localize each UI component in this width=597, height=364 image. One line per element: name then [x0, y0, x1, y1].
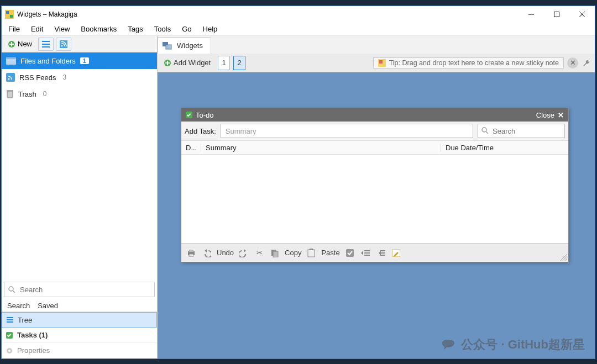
outdent-button[interactable] [375, 247, 386, 259]
svg-rect-23 [7, 317, 13, 318]
svg-line-56 [565, 259, 567, 261]
svg-rect-20 [7, 90, 13, 91]
sidebar-toolbar: New [2, 36, 157, 52]
indent-icon [361, 250, 370, 256]
rss-icon [60, 40, 67, 48]
rss-icon [6, 73, 15, 82]
menu-file[interactable]: File [3, 24, 25, 34]
undo-button[interactable] [201, 247, 212, 259]
undo-icon [202, 249, 211, 257]
clipboard-icon [307, 249, 315, 257]
sidebar-search[interactable] [4, 282, 155, 297]
menu-help[interactable]: Help [197, 24, 223, 34]
paste-button[interactable] [306, 247, 317, 259]
close-icon: ✕ [570, 59, 576, 67]
svg-rect-48 [364, 252, 370, 254]
app-icon [5, 10, 14, 19]
check-icon [346, 249, 354, 257]
svg-point-18 [8, 78, 10, 80]
tip-text: Tip: Drag and drop text here to create a… [389, 59, 559, 67]
edit-button[interactable] [391, 247, 402, 259]
widget-canvas[interactable]: To-do Close ✕ Add Task: D. [158, 72, 595, 358]
copy-icon [270, 249, 279, 257]
svg-rect-24 [7, 319, 13, 320]
filter-tab-saved[interactable]: Saved [38, 302, 58, 310]
feed-view-button[interactable] [56, 38, 71, 51]
svg-point-14 [61, 45, 63, 46]
add-task-input[interactable] [221, 124, 473, 138]
sidebar: New Files and Folders 1 RSS Feeds [2, 36, 158, 358]
tree-count: 3 [62, 73, 66, 81]
svg-rect-11 [42, 44, 50, 45]
main-tabs: Widgets [158, 36, 595, 54]
new-button[interactable]: New [4, 38, 36, 51]
indent-button[interactable] [360, 247, 371, 259]
pencil-icon [392, 249, 400, 257]
svg-rect-35 [379, 60, 383, 64]
redo-icon [239, 249, 248, 257]
tree-label: Files and Folders [20, 57, 76, 65]
check-icon [186, 112, 192, 118]
menu-tools[interactable]: Tools [149, 24, 176, 34]
sidebar-nav: Tree Tasks (1) Properties [2, 312, 157, 358]
main-toolbar: Add Widget 1 2 Tip: Drag and drop text h… [158, 54, 595, 72]
minimize-button[interactable] [519, 6, 544, 23]
menu-tags[interactable]: Tags [122, 24, 148, 34]
pager-1[interactable]: 1 [218, 56, 230, 70]
note-icon [378, 59, 386, 67]
nav-tree[interactable]: Tree [2, 312, 157, 328]
todo-list-body[interactable] [181, 155, 568, 243]
menu-view[interactable]: View [49, 24, 75, 34]
svg-point-37 [482, 128, 486, 132]
svg-rect-52 [380, 255, 385, 256]
nav-properties[interactable]: Properties [2, 343, 157, 358]
add-widget-label: Add Widget [174, 59, 211, 67]
tree-item-files-and-folders[interactable]: Files and Folders 1 [2, 52, 157, 69]
close-button[interactable] [569, 6, 595, 23]
titlebar: Widgets – Makagiga [2, 6, 595, 23]
todo-close-label[interactable]: Close [536, 111, 554, 119]
todo-search-input[interactable] [478, 124, 565, 138]
tab-label: Widgets [177, 41, 203, 50]
settings-button[interactable] [582, 57, 593, 68]
paste-label: Paste [321, 249, 339, 257]
cut-button[interactable]: ✂ [254, 247, 265, 259]
tree-item-rss-feeds[interactable]: RSS Feeds 3 [2, 69, 157, 86]
tab-widgets[interactable]: Widgets [158, 37, 211, 54]
resize-handle[interactable] [559, 253, 567, 261]
menu-bookmarks[interactable]: Bookmarks [75, 24, 122, 34]
print-button[interactable] [186, 247, 197, 259]
svg-rect-4 [554, 12, 559, 17]
app-window: Widgets – Makagiga File Edit View Bookma… [1, 6, 595, 359]
col-due[interactable]: Due Date/Time [441, 144, 568, 152]
pager-2[interactable]: 2 [233, 56, 245, 70]
col-done[interactable]: D... [181, 144, 201, 152]
menu-go[interactable]: Go [176, 24, 197, 34]
svg-rect-1 [6, 11, 9, 14]
sidebar-search-input[interactable] [19, 285, 151, 294]
svg-rect-40 [189, 250, 193, 252]
svg-rect-19 [7, 91, 13, 98]
nav-label: Tree [18, 316, 32, 324]
col-summary[interactable]: Summary [201, 144, 441, 152]
search-icon [8, 286, 15, 293]
maximize-button[interactable] [544, 6, 569, 23]
todo-toolbar: Undo ✂ Copy Paste [181, 243, 568, 262]
todo-titlebar[interactable]: To-do Close ✕ [181, 108, 568, 122]
redo-button[interactable] [238, 247, 249, 259]
list-view-button[interactable] [38, 38, 54, 51]
tree-item-trash[interactable]: Trash 0 [2, 86, 157, 102]
mark-done-button[interactable] [344, 247, 355, 259]
todo-columns: D... Summary Due Date/Time [181, 140, 568, 155]
nav-label: Tasks (1) [17, 331, 48, 339]
nav-tasks[interactable]: Tasks (1) [2, 328, 157, 343]
tip-bar: Tip: Drag and drop text here to create a… [373, 57, 564, 68]
close-icon[interactable]: ✕ [558, 111, 564, 119]
menu-edit[interactable]: Edit [25, 24, 49, 34]
add-widget-button[interactable]: Add Widget [160, 56, 214, 70]
filter-tab-search[interactable]: Search [7, 302, 30, 310]
scissors-icon: ✂ [256, 249, 263, 257]
svg-line-38 [486, 131, 488, 134]
copy-button[interactable] [269, 247, 280, 259]
dismiss-tip-button[interactable]: ✕ [567, 57, 578, 68]
